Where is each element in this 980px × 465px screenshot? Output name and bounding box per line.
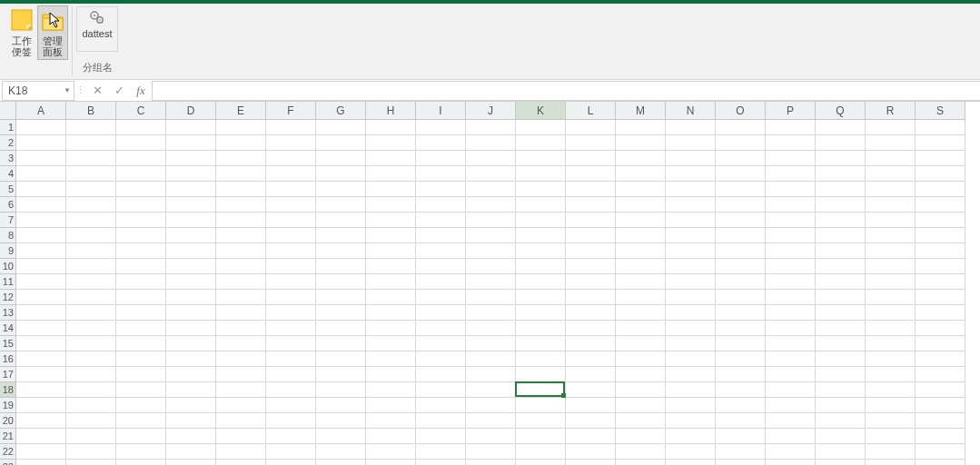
cell[interactable] (566, 351, 616, 367)
cell[interactable] (316, 259, 366, 274)
cell[interactable] (766, 135, 816, 151)
cell[interactable] (116, 336, 166, 351)
cell[interactable] (666, 429, 716, 444)
cell[interactable] (166, 120, 216, 135)
row-header[interactable]: 20 (0, 413, 16, 429)
cell[interactable] (516, 398, 566, 413)
cell[interactable] (416, 290, 466, 305)
cell[interactable] (766, 290, 816, 305)
cell[interactable] (66, 259, 116, 274)
cell[interactable] (916, 135, 965, 151)
cell[interactable] (916, 413, 965, 429)
cell[interactable] (816, 135, 866, 151)
cell[interactable] (766, 367, 816, 382)
cell[interactable] (466, 321, 516, 336)
cell[interactable] (216, 336, 266, 351)
cell[interactable] (216, 120, 266, 135)
cell[interactable] (866, 290, 916, 305)
column-header[interactable]: B (66, 102, 116, 120)
cell[interactable] (866, 274, 916, 290)
cell[interactable] (566, 259, 616, 274)
cell[interactable] (316, 351, 366, 367)
cell[interactable] (766, 197, 816, 213)
cell[interactable] (866, 197, 916, 213)
cell[interactable] (416, 351, 466, 367)
cell[interactable] (266, 213, 316, 228)
cell[interactable] (416, 197, 466, 213)
cell[interactable] (416, 444, 466, 460)
cell[interactable] (66, 228, 116, 243)
cell[interactable] (666, 182, 716, 197)
cell[interactable] (216, 259, 266, 274)
cell[interactable] (66, 444, 116, 460)
cell[interactable] (366, 259, 416, 274)
cell[interactable] (716, 351, 766, 367)
name-box[interactable]: K18 ▼ (2, 81, 74, 101)
cell[interactable] (16, 321, 66, 336)
cell[interactable] (866, 243, 916, 259)
cell[interactable] (266, 367, 316, 382)
cell[interactable] (816, 120, 866, 135)
cell[interactable] (416, 336, 466, 351)
cell[interactable] (516, 243, 566, 259)
cell[interactable] (766, 259, 816, 274)
cell[interactable] (166, 382, 216, 398)
cell[interactable] (866, 382, 916, 398)
cell[interactable] (516, 413, 566, 429)
cell[interactable] (466, 460, 516, 465)
cell[interactable] (916, 243, 965, 259)
cell[interactable] (916, 274, 965, 290)
row-header[interactable]: 22 (0, 444, 16, 460)
cell[interactable] (166, 213, 216, 228)
cell[interactable] (616, 444, 666, 460)
cell[interactable] (416, 367, 466, 382)
cell[interactable] (466, 151, 516, 166)
cell[interactable] (16, 382, 66, 398)
cell[interactable] (666, 135, 716, 151)
cell[interactable] (666, 120, 716, 135)
cell[interactable] (516, 213, 566, 228)
cell[interactable] (466, 351, 516, 367)
cell[interactable] (216, 398, 266, 413)
cell[interactable] (666, 398, 716, 413)
cell[interactable] (816, 321, 866, 336)
cell[interactable] (766, 120, 816, 135)
cell[interactable] (516, 444, 566, 460)
manage-panel-button[interactable]: 管理 面板 (37, 5, 68, 60)
cell[interactable] (616, 259, 666, 274)
cell[interactable] (716, 197, 766, 213)
cell[interactable] (766, 351, 816, 367)
cell[interactable] (766, 182, 816, 197)
cell[interactable] (216, 290, 266, 305)
cell[interactable] (716, 120, 766, 135)
cell[interactable] (416, 213, 466, 228)
cell[interactable] (216, 213, 266, 228)
cell[interactable] (216, 382, 266, 398)
cell[interactable] (266, 182, 316, 197)
cell[interactable] (266, 197, 316, 213)
cell[interactable] (116, 166, 166, 182)
cell[interactable] (266, 413, 316, 429)
cell[interactable] (916, 429, 965, 444)
cell[interactable] (216, 182, 266, 197)
cell[interactable] (466, 367, 516, 382)
cell[interactable] (866, 429, 916, 444)
cell[interactable] (16, 166, 66, 182)
cell[interactable] (266, 290, 316, 305)
cell[interactable] (66, 398, 116, 413)
cell[interactable] (766, 213, 816, 228)
cell[interactable] (16, 228, 66, 243)
cell[interactable] (316, 321, 366, 336)
cell[interactable] (666, 228, 716, 243)
row-header[interactable]: 18 (0, 382, 16, 398)
cell[interactable] (866, 135, 916, 151)
cell[interactable] (366, 151, 416, 166)
cell[interactable] (266, 305, 316, 321)
cell[interactable] (216, 321, 266, 336)
cell[interactable] (166, 228, 216, 243)
cell[interactable] (566, 429, 616, 444)
cell[interactable] (166, 429, 216, 444)
cell[interactable] (866, 444, 916, 460)
column-header[interactable]: O (716, 102, 766, 120)
cell[interactable] (16, 182, 66, 197)
